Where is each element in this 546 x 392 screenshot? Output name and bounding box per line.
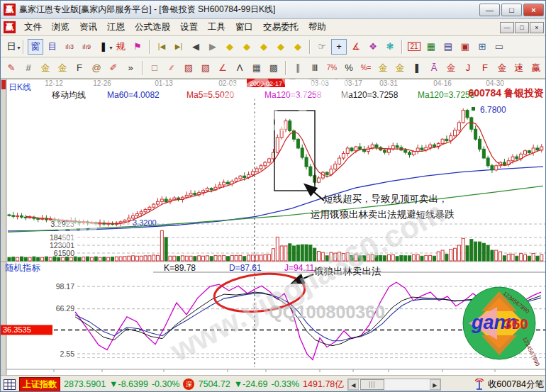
formula-manager-icon[interactable]: 规: [113, 39, 128, 55]
box-tool-icon[interactable]: □: [147, 60, 162, 76]
angle-gold-icon[interactable]: 金: [494, 60, 510, 76]
menu-item-7[interactable]: 窗口: [230, 20, 258, 35]
notes-icon[interactable]: ▤: [440, 39, 456, 55]
menu-item-3[interactable]: 江恩: [102, 20, 130, 35]
gold-line-icon[interactable]: 金: [392, 60, 408, 76]
angle-f-icon[interactable]: F: [477, 60, 493, 76]
shrink-diamond-icon[interactable]: ◆: [273, 39, 289, 55]
mdi-close-button[interactable]: ×: [530, 22, 544, 33]
minute3-chart-icon[interactable]: ılı3: [62, 39, 77, 55]
neural-net-icon[interactable]: ❃: [382, 39, 398, 55]
menu-item-2[interactable]: 资讯: [74, 20, 102, 35]
draw-pen-icon[interactable]: ✎: [4, 60, 19, 76]
angle-j-icon[interactable]: J: [460, 60, 476, 76]
scrollbar-thumb[interactable]: [360, 379, 384, 390]
first-bar-icon[interactable]: |◀: [154, 39, 169, 55]
mdi-minimize-button[interactable]: —: [500, 22, 514, 33]
wave-a-icon-glyph: Ã: [431, 62, 438, 73]
more-tools-icon[interactable]: »: [123, 60, 138, 76]
last-bar-icon[interactable]: ▶|: [171, 39, 186, 55]
menu-item-6[interactable]: 工具: [203, 20, 230, 35]
gold-red-icon[interactable]: 金: [443, 60, 459, 76]
expand-diamond-icon[interactable]: ◆: [256, 39, 272, 55]
scroll-left-icon[interactable]: ◀: [348, 379, 359, 390]
fib-tool-icon[interactable]: F: [72, 60, 87, 76]
index1-badge[interactable]: 上证指数: [19, 377, 60, 392]
kdj-axis-66: 66.29: [56, 304, 74, 313]
dropdown-arrow-icon[interactable]: ▼: [16, 45, 21, 50]
kline-period-icon[interactable]: 日▼: [4, 39, 19, 55]
menu-item-0[interactable]: 文件: [19, 20, 47, 35]
drawing-toolbar: ✎#金金F@✐»□∕∕▨▧∠Λ▦▩∥Ⅲ7%%%=金金❚Ã金JF金速赢四: [1, 57, 546, 79]
minimize-button[interactable]: —: [479, 4, 500, 16]
gold-grid1-icon-glyph: 金: [41, 62, 50, 74]
grid-box-icon[interactable]: ▩: [266, 60, 282, 76]
toolbar-separator: [285, 61, 286, 75]
chart-canvas[interactable]: 12-1212-2601-1302-032009-02-1703-0303-17…: [1, 79, 546, 375]
grid-tool-icon[interactable]: #: [21, 60, 36, 76]
spiral-tool-icon[interactable]: @: [89, 60, 104, 76]
hand-tool-icon[interactable]: ☞: [314, 39, 330, 55]
marker-pen-icon[interactable]: ✐: [106, 60, 121, 76]
percent-hist-icon[interactable]: Ⅲ: [307, 60, 323, 76]
save-icon[interactable]: ▣: [457, 39, 473, 55]
prev-bar-icon-glyph: ◀: [192, 41, 199, 52]
parallel-lines-icon[interactable]: ∥: [290, 60, 306, 76]
gann-box-icon[interactable]: ❖: [365, 39, 381, 55]
shenzhen-index-icon[interactable]: 深: [183, 379, 194, 390]
minute9-chart-icon[interactable]: ılı9: [79, 39, 94, 55]
quote-grid-icon[interactable]: [4, 379, 16, 390]
zoom-in-diamond-icon[interactable]: ◆: [239, 39, 255, 55]
percent7-icon[interactable]: 7%: [324, 60, 340, 76]
angle-tool-icon-glyph: ∡: [352, 41, 360, 52]
toolbar-separator: [142, 61, 143, 75]
gold-circle-icon[interactable]: 金: [375, 60, 391, 76]
menu-item-1[interactable]: 浏览: [47, 20, 74, 35]
candle-style-icon[interactable]: ❚▼: [96, 39, 111, 55]
close-button[interactable]: ×: [523, 4, 544, 16]
zigzag-icon[interactable]: Λ: [232, 60, 247, 76]
calendar-icon[interactable]: 21: [406, 39, 422, 55]
menu-item-9[interactable]: 帮助: [303, 20, 331, 35]
menu-item-4[interactable]: 公式选股: [130, 20, 175, 35]
draw-pen-icon-glyph: ✎: [8, 62, 16, 73]
calendar-icon-glyph: 21: [408, 42, 420, 51]
maximize-button[interactable]: □: [501, 4, 522, 16]
mdi-restore-button[interactable]: □: [515, 22, 529, 33]
gold-grid1-icon[interactable]: 金: [38, 60, 53, 76]
prev-bar-icon[interactable]: ◀: [188, 39, 204, 55]
angle-gold-icon-glyph: 金: [498, 62, 507, 74]
scroll-right-icon[interactable]: ▶: [430, 379, 440, 390]
gold-grid2-icon[interactable]: 金: [55, 60, 70, 76]
percent-eq-icon[interactable]: %=: [358, 60, 374, 76]
chart-window-icon[interactable]: 窗: [28, 39, 43, 55]
export-data-icon[interactable]: ⊞: [474, 39, 490, 55]
fan-lines-icon[interactable]: ∕∕: [164, 60, 179, 76]
angle-lines-icon[interactable]: ∠: [215, 60, 230, 76]
print-icon-glyph: ▭: [495, 41, 503, 52]
wave-a-icon[interactable]: Ã: [426, 60, 442, 76]
calculator-icon[interactable]: ▦: [423, 39, 439, 55]
angle-speed-icon[interactable]: 速: [511, 60, 527, 76]
zoom-out-diamond-icon[interactable]: ◆: [222, 39, 238, 55]
info-panel-icon[interactable]: 目: [45, 39, 60, 55]
print-icon[interactable]: ▭: [491, 39, 507, 55]
stream-status-text[interactable]: 收600784分笔: [488, 379, 544, 391]
gold-red-icon-glyph: 金: [447, 62, 456, 74]
next-bar-icon[interactable]: ▶: [205, 39, 221, 55]
kdj-axis-98: 98.17: [56, 282, 74, 291]
menu-item-5[interactable]: 设置: [175, 20, 203, 35]
neural-net-icon-glyph: ❃: [386, 41, 394, 52]
fine-grid-icon[interactable]: ▦: [249, 60, 264, 76]
fit-diamond-icon[interactable]: ◆: [290, 39, 306, 55]
angle-win-icon[interactable]: 赢: [528, 60, 544, 76]
angle-tool-icon[interactable]: ∡: [348, 39, 364, 55]
menu-item-8[interactable]: 交易委托: [258, 20, 303, 35]
candle-edit-icon[interactable]: ❚: [409, 60, 425, 76]
flag-mark-icon[interactable]: ⚑: [130, 39, 145, 55]
pattern-box2-icon[interactable]: ▧: [198, 60, 213, 76]
crosshair-tool-icon[interactable]: +: [331, 39, 347, 55]
percent-icon[interactable]: %: [341, 60, 357, 76]
horizontal-scrollbar[interactable]: ◀ ▶: [347, 379, 441, 391]
pattern-box1-icon[interactable]: ▨: [181, 60, 196, 76]
